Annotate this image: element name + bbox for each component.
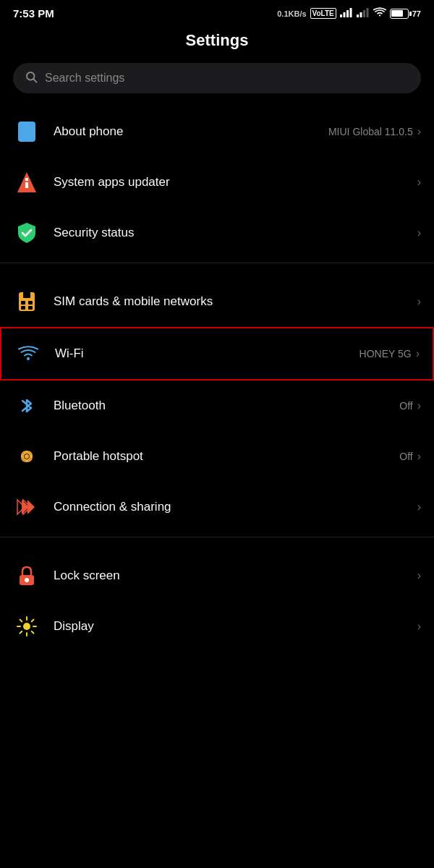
svg-point-21: [25, 454, 29, 459]
divider-2: [0, 537, 434, 537]
security-status-chevron: ›: [417, 226, 421, 239]
svg-rect-4: [357, 14, 359, 17]
status-speed: 0.1KB/s: [277, 9, 306, 18]
settings-item-bluetooth[interactable]: Bluetooth Off ›: [0, 380, 434, 431]
sim-cards-chevron: ›: [417, 295, 421, 308]
connection-chevron: ›: [417, 501, 421, 514]
about-phone-value: MIUI Global 11.0.5: [328, 126, 413, 137]
wifi-icon: [14, 340, 42, 367]
shield-icon: [13, 219, 41, 247]
svg-rect-7: [366, 8, 368, 17]
about-phone-label: About phone: [54, 124, 328, 139]
section-system: About phone MIUI Global 11.0.5 › System …: [0, 106, 434, 258]
hotspot-value: Off: [399, 451, 412, 462]
status-right: 0.1KB/s VoLTE: [277, 7, 421, 20]
signal-icon-2: [357, 7, 370, 20]
svg-rect-14: [23, 292, 30, 298]
display-chevron: ›: [417, 620, 421, 633]
status-time: 7:53 PM: [13, 7, 54, 20]
bluetooth-chevron: ›: [417, 399, 421, 412]
wifi-chevron: ›: [416, 347, 420, 360]
svg-rect-2: [346, 10, 349, 17]
connection-icon: [13, 493, 41, 521]
hotspot-chevron: ›: [417, 450, 421, 463]
updater-icon: [13, 169, 41, 196]
settings-item-wifi[interactable]: Wi-Fi HONEY 5G ›: [0, 327, 434, 380]
battery-fill: [391, 10, 403, 17]
settings-item-about-phone[interactable]: About phone MIUI Global 11.0.5 ›: [0, 106, 434, 157]
svg-line-35: [32, 620, 34, 622]
settings-item-sim-cards[interactable]: SIM cards & mobile networks ›: [0, 276, 434, 327]
svg-line-36: [20, 631, 22, 634]
svg-point-27: [25, 578, 29, 582]
svg-rect-3: [349, 8, 352, 17]
hotspot-label: Portable hotspot: [54, 449, 399, 464]
lock-icon: [13, 562, 41, 590]
bluetooth-icon: [13, 392, 41, 420]
svg-rect-5: [359, 12, 362, 17]
page-title: Settings: [0, 24, 434, 63]
hotspot-icon: [13, 443, 41, 470]
svg-line-9: [33, 79, 36, 82]
phone-icon: [13, 118, 41, 145]
svg-rect-16: [28, 301, 33, 305]
signal-icon-1: [340, 7, 353, 20]
svg-rect-1: [343, 12, 345, 17]
svg-point-19: [27, 357, 30, 360]
sim-cards-label: SIM cards & mobile networks: [54, 294, 417, 309]
battery-level: 77: [412, 9, 421, 18]
bluetooth-value: Off: [399, 400, 412, 412]
settings-item-display[interactable]: Display ›: [0, 601, 434, 652]
sim-icon: [13, 288, 41, 315]
settings-item-connection[interactable]: Connection & sharing ›: [0, 482, 434, 532]
section-connectivity: SIM cards & mobile networks › Wi-Fi HONE…: [0, 276, 434, 532]
status-bar: 7:53 PM 0.1KB/s VoLTE: [0, 0, 434, 24]
svg-point-28: [23, 623, 30, 630]
wifi-status-icon: [373, 7, 386, 20]
lock-screen-label: Lock screen: [54, 569, 417, 583]
system-updater-chevron: ›: [417, 176, 421, 189]
search-bar[interactable]: Search settings: [13, 63, 421, 93]
spacer-2: [0, 542, 434, 550]
svg-rect-11: [25, 182, 28, 188]
system-updater-label: System apps updater: [54, 175, 417, 190]
settings-item-security-status[interactable]: Security status ›: [0, 208, 434, 258]
wifi-label: Wi-Fi: [55, 346, 359, 361]
search-icon: [25, 70, 38, 86]
display-icon: [13, 613, 41, 640]
svg-rect-15: [21, 301, 25, 305]
svg-rect-0: [340, 14, 342, 17]
display-label: Display: [54, 619, 417, 634]
settings-item-lock-screen[interactable]: Lock screen ›: [0, 550, 434, 601]
connection-label: Connection & sharing: [54, 500, 417, 514]
about-phone-chevron: ›: [417, 125, 421, 138]
lock-screen-chevron: ›: [417, 569, 421, 582]
svg-line-33: [20, 620, 22, 622]
battery-icon: [390, 9, 409, 19]
wifi-value: HONEY 5G: [359, 348, 412, 359]
spacer-1: [0, 268, 434, 276]
security-status-label: Security status: [54, 226, 417, 240]
settings-item-system-updater[interactable]: System apps updater ›: [0, 157, 434, 208]
section-personalization: Lock screen › Display ›: [0, 550, 434, 652]
settings-item-hotspot[interactable]: Portable hotspot Off ›: [0, 431, 434, 482]
svg-rect-17: [21, 306, 25, 310]
svg-rect-6: [363, 10, 365, 17]
volte-icon: VoLTE: [310, 8, 336, 19]
svg-line-34: [32, 631, 34, 634]
settings-list: About phone MIUI Global 11.0.5 › System …: [0, 106, 434, 652]
divider-1: [0, 263, 434, 263]
bluetooth-label: Bluetooth: [54, 399, 399, 413]
svg-rect-18: [28, 306, 33, 310]
search-placeholder: Search settings: [45, 72, 124, 85]
svg-rect-12: [25, 178, 28, 181]
